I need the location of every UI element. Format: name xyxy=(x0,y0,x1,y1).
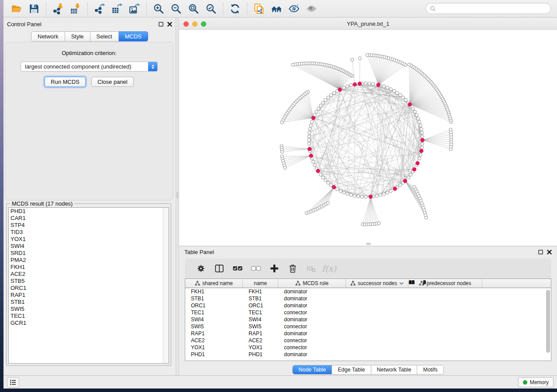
column-header-name[interactable]: name xyxy=(243,279,278,288)
graph-node[interactable] xyxy=(349,193,353,196)
dominator-node[interactable] xyxy=(338,88,342,91)
table-scrollbar-thumb[interactable] xyxy=(546,290,550,353)
graph-node[interactable] xyxy=(382,85,385,88)
mcds-result-item[interactable]: SRD1 xyxy=(9,250,169,257)
show-columns-button[interactable] xyxy=(210,261,228,276)
mcds-result-item[interactable]: FKH1 xyxy=(9,264,169,271)
mcds-result-item[interactable]: STB1 xyxy=(9,299,169,306)
mcds-result-item[interactable]: STB5 xyxy=(9,278,169,285)
leaf-node[interactable] xyxy=(280,150,284,153)
graph-node[interactable] xyxy=(308,127,311,131)
graph-node[interactable] xyxy=(313,164,316,167)
dominator-node[interactable] xyxy=(416,162,419,165)
mcds-result-item[interactable]: RAP1 xyxy=(9,292,169,299)
search-box[interactable] xyxy=(426,3,551,14)
mcds-result-item[interactable]: TID3 xyxy=(9,229,169,236)
graph-node[interactable] xyxy=(322,101,325,104)
graph-node[interactable] xyxy=(418,120,421,124)
dominator-node[interactable] xyxy=(316,169,320,173)
graph-node[interactable] xyxy=(308,142,311,145)
tab-network[interactable]: Network xyxy=(31,31,65,41)
select-all-button[interactable] xyxy=(228,261,247,276)
graph-node[interactable] xyxy=(412,107,415,110)
leaf-node[interactable] xyxy=(284,166,287,169)
graph-node[interactable] xyxy=(407,176,410,179)
close-panel-button[interactable]: Close panel xyxy=(91,77,134,87)
column-header-shared-name[interactable]: shared name xyxy=(185,279,243,288)
graph-node[interactable] xyxy=(401,96,405,99)
zoom-selected-button[interactable] xyxy=(202,1,220,16)
graph-node[interactable] xyxy=(375,194,378,197)
zoom-fit-button[interactable] xyxy=(185,1,202,16)
mcds-result-item[interactable]: ACE2 xyxy=(9,271,169,278)
graph-node[interactable] xyxy=(399,184,402,187)
import-table-button[interactable] xyxy=(67,1,84,16)
graph-node[interactable] xyxy=(386,191,389,194)
splitter-handle-icon[interactable] xyxy=(366,243,370,245)
show-graphics-details-button[interactable] xyxy=(303,1,320,16)
float-window-icon[interactable] xyxy=(538,250,543,254)
dominator-node[interactable] xyxy=(408,103,412,106)
tab-network-table[interactable]: Network Table xyxy=(371,365,417,374)
panel-splitter-vertical[interactable] xyxy=(176,18,179,375)
graph-node[interactable] xyxy=(319,173,322,176)
graph-node[interactable] xyxy=(360,195,363,198)
mcds-result-item[interactable]: GCR1 xyxy=(9,320,169,327)
graph-node[interactable] xyxy=(392,89,395,93)
refresh-view-button[interactable] xyxy=(226,1,244,16)
leaf-node[interactable] xyxy=(280,121,284,124)
mcds-result-item[interactable]: TEC1 xyxy=(9,313,169,320)
dominator-node[interactable] xyxy=(308,147,311,151)
graph-node[interactable] xyxy=(417,117,420,120)
memory-button[interactable]: Memory xyxy=(518,377,554,387)
graph-node[interactable] xyxy=(327,96,330,99)
task-history-button[interactable] xyxy=(7,377,19,388)
graph-node[interactable] xyxy=(322,176,325,179)
graph-node[interactable] xyxy=(315,110,318,113)
import-network-button[interactable] xyxy=(49,1,67,16)
graph-node[interactable] xyxy=(399,93,402,96)
first-neighbors-button[interactable] xyxy=(268,1,285,16)
graph-node[interactable] xyxy=(310,120,313,124)
copy-network-button[interactable] xyxy=(250,1,268,16)
mcds-list-scrollbar[interactable] xyxy=(163,208,169,363)
network-canvas-svg[interactable] xyxy=(179,30,557,245)
hide-graphics-details-button[interactable] xyxy=(285,1,303,16)
dominator-node[interactable] xyxy=(311,116,315,120)
graph-node[interactable] xyxy=(307,138,310,141)
export-table-button[interactable] xyxy=(108,1,126,16)
leaf-node[interactable] xyxy=(413,186,416,189)
float-window-icon[interactable] xyxy=(159,22,163,27)
mcds-result-item[interactable]: PHD1 xyxy=(9,208,169,215)
tab-edge-table[interactable]: Edge Table xyxy=(332,365,370,374)
column-header-MCDS-role[interactable]: MCDS role xyxy=(278,279,346,288)
graph-node[interactable] xyxy=(421,142,424,145)
export-image-button[interactable] xyxy=(126,1,143,16)
graph-node[interactable] xyxy=(389,88,392,91)
leaf-node[interactable] xyxy=(291,63,294,66)
node-table[interactable]: shared namenameMCDS rolesuccessor nodesp… xyxy=(185,279,551,361)
graph-node[interactable] xyxy=(364,195,367,198)
graph-node[interactable] xyxy=(324,179,327,182)
graph-node[interactable] xyxy=(311,160,315,163)
dominator-node[interactable] xyxy=(377,83,380,86)
graph-node[interactable] xyxy=(382,193,385,196)
mcds-result-item[interactable]: PMA2 xyxy=(9,257,169,264)
delete-column-button[interactable] xyxy=(284,261,302,276)
close-panel-icon[interactable] xyxy=(167,22,172,27)
graph-node[interactable] xyxy=(421,135,424,138)
graph-node[interactable] xyxy=(349,84,353,87)
tab-mcds[interactable]: MCDS xyxy=(119,31,148,41)
network-view[interactable] xyxy=(179,30,557,245)
graph-node[interactable] xyxy=(386,86,389,89)
graph-node[interactable] xyxy=(418,157,421,160)
dominator-node[interactable] xyxy=(332,186,336,189)
tab-select[interactable]: Select xyxy=(90,31,119,41)
graph-node[interactable] xyxy=(324,99,327,102)
leaf-node[interactable] xyxy=(377,222,381,225)
save-session-button[interactable] xyxy=(25,1,43,16)
network-window-titlebar[interactable]: YPA_prune.txt_1 xyxy=(179,18,557,30)
dominator-node[interactable] xyxy=(393,187,397,190)
export-network-button[interactable] xyxy=(91,1,108,16)
table-options-button[interactable] xyxy=(192,261,210,276)
